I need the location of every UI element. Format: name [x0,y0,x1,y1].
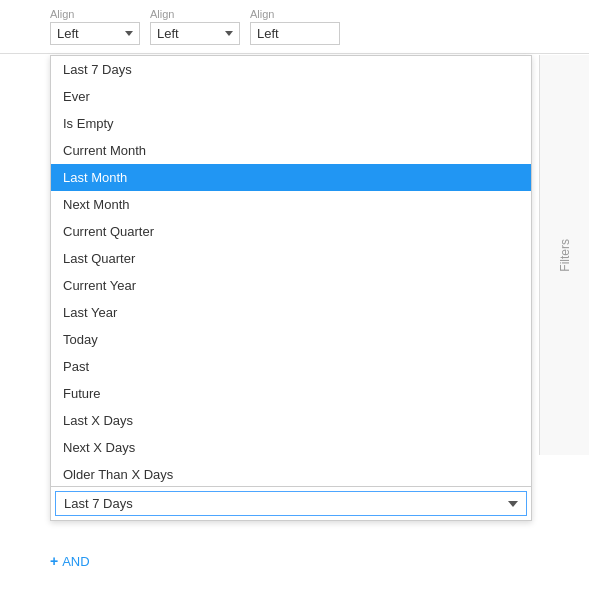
align-group-2: Align Left [150,8,240,45]
dropdown-item[interactable]: Last 7 Days [51,56,531,83]
dropdown-item[interactable]: Future [51,380,531,407]
footer-arrow [508,501,518,507]
align-select-1[interactable]: Left [50,22,140,45]
align-label-2: Align [150,8,240,20]
dropdown-list[interactable]: Last 7 DaysEverIs EmptyCurrent MonthLast… [51,56,531,486]
dropdown-item[interactable]: Past [51,353,531,380]
dropdown-container: Last 7 DaysEverIs EmptyCurrent MonthLast… [50,55,532,521]
right-panel: Filters [539,55,589,455]
dropdown-item[interactable]: Last Year [51,299,531,326]
dropdown-item[interactable]: Older Than X Days [51,461,531,486]
align-value-2: Left [157,26,179,41]
dropdown-item[interactable]: Ever [51,83,531,110]
dropdown-item[interactable]: Next X Days [51,434,531,461]
dropdown-item[interactable]: Last X Days [51,407,531,434]
align-select-3[interactable]: Left [250,22,340,45]
dropdown-item[interactable]: Today [51,326,531,353]
dropdown-item[interactable]: Current Quarter [51,218,531,245]
align-value-1: Left [57,26,79,41]
dropdown-item[interactable]: Last Quarter [51,245,531,272]
and-section: + AND [50,553,90,569]
footer-select[interactable]: Last 7 Days [55,491,527,516]
align-label-1: Align [50,8,140,20]
dropdown-footer: Last 7 Days [51,486,531,520]
align-group-1: Align Left [50,8,140,45]
and-button[interactable]: + AND [50,553,90,569]
filters-label: Filters [558,239,572,272]
dropdown-item[interactable]: Current Month [51,137,531,164]
dropdown-item[interactable]: Current Year [51,272,531,299]
align-value-3: Left [257,26,279,41]
align-label-3: Align [250,8,340,20]
and-label: AND [62,554,89,569]
dropdown-item[interactable]: Next Month [51,191,531,218]
align-arrow-2 [225,31,233,36]
and-plus-icon: + [50,553,58,569]
page-container: Align Left Align Left Align Left Last 7 … [0,0,589,599]
align-group-3: Align Left [250,8,340,45]
align-arrow-1 [125,31,133,36]
align-row: Align Left Align Left Align Left [0,0,589,54]
dropdown-item[interactable]: Is Empty [51,110,531,137]
dropdown-item[interactable]: Last Month [51,164,531,191]
align-select-2[interactable]: Left [150,22,240,45]
footer-value: Last 7 Days [64,496,133,511]
